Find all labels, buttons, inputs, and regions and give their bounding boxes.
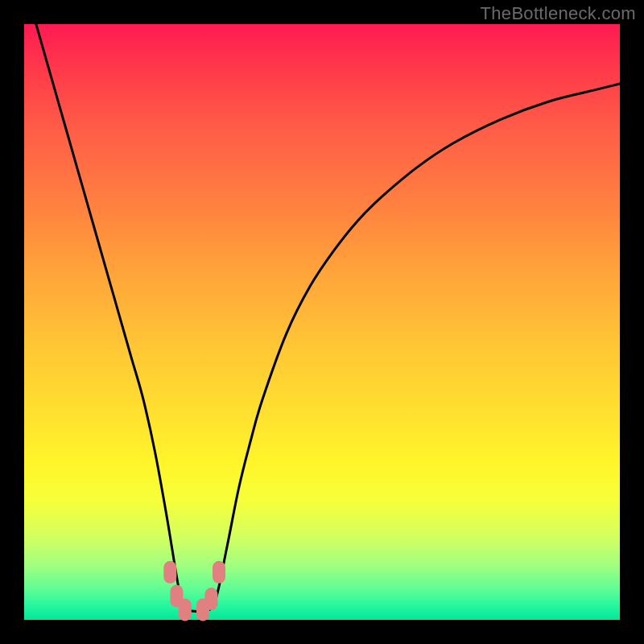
curve-marker [163, 561, 176, 584]
bottleneck-curve [36, 24, 620, 613]
curve-marker [179, 598, 192, 621]
plot-area [24, 24, 620, 620]
curve-marker [204, 588, 217, 610]
chart-svg [24, 24, 620, 620]
watermark-text: TheBottleneck.com [481, 3, 636, 24]
chart-frame: TheBottleneck.com [0, 0, 644, 644]
curve-marker [213, 561, 225, 584]
